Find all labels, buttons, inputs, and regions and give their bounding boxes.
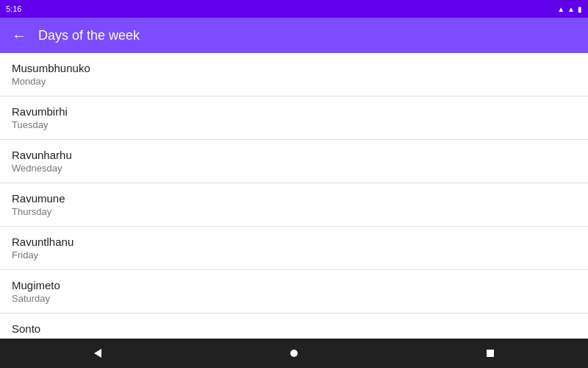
wifi-icon: ▲ (557, 5, 564, 13)
day-native-name: Mugimeto (12, 279, 576, 291)
day-english-name: Monday (12, 76, 576, 87)
status-icons: ▲ ▲ ▮ (557, 5, 582, 13)
day-english-name: Saturday (12, 293, 576, 304)
day-english-name: Wednesday (12, 163, 576, 174)
day-native-name: Ravumbirhi (12, 105, 576, 118)
status-time: 5:16 (6, 4, 21, 13)
list-item[interactable]: MugimetoSaturday (0, 270, 588, 314)
day-english-name: Friday (12, 250, 576, 261)
list-item[interactable]: SontoSunday (0, 314, 588, 339)
nav-home-button[interactable] (279, 339, 309, 368)
battery-icon: ▮ (578, 5, 582, 13)
day-native-name: Ravuntlhanu (12, 236, 576, 248)
signal-icon: ▲ (567, 5, 575, 13)
home-nav-icon (290, 350, 298, 357)
day-english-name: Tuesday (12, 119, 576, 130)
list-item[interactable]: RavunharhuWednesday (0, 140, 588, 183)
nav-recent-button[interactable] (476, 339, 505, 368)
recent-nav-icon (487, 350, 494, 357)
nav-back-button[interactable] (83, 339, 112, 368)
bottom-nav (0, 339, 588, 368)
day-native-name: Musumbhunuko (12, 62, 576, 74)
status-bar: 5:16 ▲ ▲ ▮ (0, 0, 588, 18)
back-button[interactable]: ← (12, 27, 26, 44)
back-nav-icon (94, 349, 101, 358)
day-native-name: Ravunharhu (12, 149, 576, 161)
app-bar: ← Days of the week (0, 18, 588, 53)
day-native-name: Sonto (12, 322, 576, 335)
list-item[interactable]: RavumuneThursday (0, 183, 588, 227)
day-native-name: Ravumune (12, 192, 576, 205)
page-title: Days of the week (38, 28, 140, 43)
list-item[interactable]: RavumbirhiTuesday (0, 96, 588, 140)
days-list: MusumbhunukoMondayRavumbirhiTuesdayRavun… (0, 53, 588, 339)
list-item[interactable]: RavuntlhanuFriday (0, 227, 588, 270)
day-english-name: Thursday (12, 206, 576, 217)
list-item[interactable]: MusumbhunukoMonday (0, 53, 588, 96)
